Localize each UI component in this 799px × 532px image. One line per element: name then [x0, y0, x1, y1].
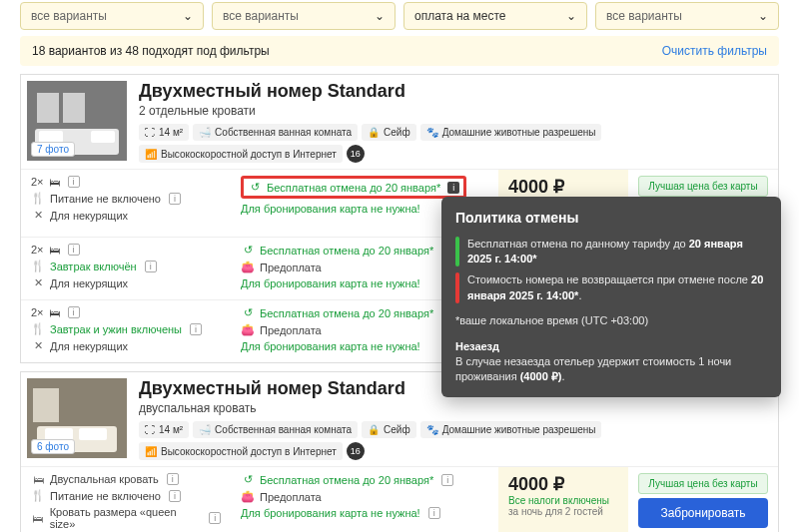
info-icon[interactable]: i: [441, 474, 453, 486]
room-info: Двухместный номер Standard 2 отдельные к…: [139, 81, 772, 163]
info-icon[interactable]: i: [190, 323, 202, 335]
bed-icon: 🛏: [49, 306, 60, 318]
chevron-down-icon: ⌄: [183, 9, 193, 23]
price-amount: 4000 ₽: [508, 473, 618, 495]
photo-count-badge[interactable]: 6 фото: [31, 439, 75, 454]
room-title: Двухместный номер Standard: [139, 81, 772, 102]
cutlery-icon: 🍴: [31, 489, 45, 502]
no-smoking-icon: ✕: [31, 209, 45, 222]
wifi-icon: 📶: [145, 446, 157, 457]
best-price-badge: Лучшая цена без карты: [638, 473, 768, 494]
filter-dropdown-4[interactable]: все варианты⌄: [595, 2, 779, 30]
info-icon[interactable]: i: [209, 512, 221, 524]
best-price-badge: Лучшая цена без карты: [638, 176, 768, 197]
room-thumbnail[interactable]: 7 фото: [27, 81, 127, 161]
info-icon[interactable]: i: [68, 306, 80, 318]
meal-line: 🍴Питание не включеноi: [31, 192, 221, 205]
undo-icon: ↺: [241, 306, 255, 319]
bath-icon: 🛁: [199, 424, 211, 435]
amenity-area: ⛶14 м²: [139, 124, 189, 141]
info-icon[interactable]: i: [428, 507, 440, 519]
svg-rect-1: [37, 93, 59, 123]
amenity-safe: 🔒Сейф: [362, 421, 416, 438]
filter-dropdown-3[interactable]: оплата на месте⌄: [403, 2, 587, 30]
meal-line: 🍴Завтрак и ужин включеныi: [31, 322, 221, 335]
price-per-night: за ночь для 2 гостей: [508, 506, 618, 517]
amenity-wifi: 📶Высокоскоростной доступ в Интернет: [139, 145, 343, 163]
amenity-area: ⛶14 м²: [139, 421, 189, 438]
paw-icon: 🐾: [426, 424, 438, 435]
filter-dropdown-1[interactable]: все варианты⌄: [20, 2, 204, 30]
beds-line: 2×🛏i: [31, 306, 221, 318]
results-count: 18 вариантов из 48 подходят под фильтры: [32, 44, 270, 58]
bed-icon: 🛏: [49, 176, 60, 188]
room-thumbnail[interactable]: 6 фото: [27, 378, 127, 458]
area-icon: ⛶: [145, 127, 155, 138]
wifi-icon: 📶: [145, 149, 157, 160]
info-icon[interactable]: i: [167, 473, 179, 485]
filter-dropdown-2[interactable]: все варианты⌄: [212, 2, 396, 30]
clear-filters-link[interactable]: Очистить фильтры: [662, 44, 767, 58]
tooltip-title: Политика отмены: [455, 209, 767, 229]
beds-line: 2×🛏i: [31, 244, 221, 256]
red-bar-icon: [455, 272, 459, 303]
photo-count-badge[interactable]: 7 фото: [31, 142, 75, 157]
cutlery-icon: 🍴: [31, 260, 45, 272]
prepay-line: 👛Предоплата: [241, 490, 488, 503]
info-icon[interactable]: i: [68, 176, 80, 188]
results-summary-bar: 18 вариантов из 48 подходят под фильтры …: [20, 36, 779, 66]
svg-rect-5: [91, 131, 115, 143]
price-tax-note: Все налоги включены: [508, 495, 618, 506]
free-cancel-line: ↺Бесплатная отмена до 20 января*: [248, 181, 440, 194]
bed-icon: 🛏: [49, 244, 60, 256]
no-smoking-icon: ✕: [31, 276, 45, 289]
amenities-row: ⛶14 м² 🛁Собственная ванная комната 🔒Сейф…: [139, 124, 772, 163]
info-icon[interactable]: i: [68, 244, 80, 256]
amenity-bathroom: 🛁Собственная ванная комната: [193, 124, 358, 141]
info-icon[interactable]: i: [169, 490, 181, 502]
beds-line: 2×🛏i: [31, 176, 221, 188]
no-card-line: Для бронирования карта не нужна!i: [241, 507, 488, 519]
wallet-icon: 👛: [241, 490, 255, 503]
safe-icon: 🔒: [368, 127, 380, 138]
bed-icon: 🛏: [31, 473, 45, 485]
smoking-line: ✕Для некурящих: [31, 339, 221, 352]
filter-label: все варианты: [31, 9, 107, 23]
wallet-icon: 👛: [241, 261, 255, 273]
tooltip-free-cancel: Бесплатная отмена по данному тарифу до 2…: [455, 237, 767, 267]
meal-line: 🍴Завтрак включёнi: [31, 260, 221, 272]
book-button[interactable]: Забронировать: [638, 498, 768, 528]
tooltip-noshow-heading: Незаезд: [455, 340, 499, 352]
bed-type-line: 🛏Двуспальная кроватьi: [31, 473, 221, 485]
svg-rect-7: [33, 388, 59, 422]
tooltip-timezone: *ваше локальное время (UTC +03:00): [455, 313, 767, 328]
tooltip-noshow-text: В случае незаезда отельер удержит стоимо…: [455, 354, 767, 385]
bed-size-line: 🛏Кровать размера «queen size»i: [31, 506, 221, 530]
rate-row: 🛏Двуспальная кроватьi 🍴Питание не включе…: [21, 466, 778, 532]
amenity-pets: 🐾Домашние животные разрешены: [420, 124, 602, 141]
info-icon[interactable]: i: [169, 193, 181, 205]
bed-icon: 🛏: [31, 512, 45, 524]
smoking-line: ✕Для некурящих: [31, 209, 221, 222]
amenity-pets: 🐾Домашние животные разрешены: [420, 421, 602, 438]
undo-icon: ↺: [248, 181, 262, 194]
svg-rect-10: [79, 428, 107, 440]
svg-rect-2: [63, 93, 85, 123]
amenities-row: ⛶14 м² 🛁Собственная ванная комната 🔒Сейф…: [139, 421, 772, 460]
chevron-down-icon: ⌄: [375, 9, 385, 23]
room-subtitle: 2 отдельные кровати: [139, 104, 772, 118]
filter-label: оплата на месте: [414, 9, 506, 23]
cutlery-icon: 🍴: [31, 322, 45, 335]
meal-line: 🍴Питание не включеноi: [31, 489, 221, 502]
tooltip-no-refund: Стоимость номера не возвращается при отм…: [455, 272, 767, 303]
undo-icon: ↺: [241, 473, 255, 486]
amenity-age-badge: 16: [347, 442, 365, 460]
info-icon[interactable]: i: [447, 182, 459, 194]
free-cancel-line: ↺Бесплатная отмена до 20 января*i: [241, 473, 488, 486]
price-amount: 4000 ₽: [508, 176, 618, 198]
room-subtitle: двуспальная кровать: [139, 401, 772, 415]
info-icon[interactable]: i: [145, 261, 157, 272]
green-bar-icon: [455, 237, 459, 267]
amenity-wifi: 📶Высокоскоростной доступ в Интернет: [139, 442, 343, 460]
wallet-icon: 👛: [241, 323, 255, 336]
